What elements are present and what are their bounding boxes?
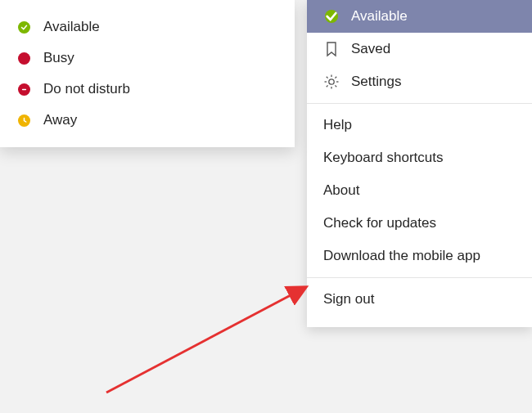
- svg-line-7: [335, 85, 336, 87]
- available-icon: [323, 8, 340, 25]
- menu-item-sign-out[interactable]: Sign out: [307, 283, 532, 316]
- menu-label: Saved: [351, 41, 390, 57]
- status-label: Busy: [43, 50, 74, 66]
- menu-item-help[interactable]: Help: [307, 109, 532, 141]
- menu-label: Download the mobile app: [323, 248, 480, 264]
- svg-point-1: [329, 79, 334, 84]
- bookmark-icon: [323, 41, 340, 57]
- available-icon: [18, 21, 30, 34]
- menu-item-keyboard-shortcuts[interactable]: Keyboard shortcuts: [307, 141, 532, 174]
- menu-label: Help: [323, 117, 352, 133]
- menu-item-settings[interactable]: Settings: [307, 65, 532, 98]
- menu-label: Available: [351, 8, 408, 25]
- menu-divider: [307, 103, 532, 104]
- menu-item-download-mobile[interactable]: Download the mobile app: [307, 240, 532, 272]
- menu-label: Check for updates: [323, 215, 436, 231]
- busy-icon: [18, 52, 30, 65]
- menu-divider: [307, 277, 532, 278]
- svg-line-8: [327, 85, 328, 87]
- svg-line-11: [106, 288, 304, 393]
- menu-label: Sign out: [323, 291, 374, 308]
- away-icon: [18, 114, 30, 127]
- do-not-disturb-icon: [18, 83, 30, 96]
- gear-icon: [323, 74, 340, 90]
- menu-item-about[interactable]: About: [307, 174, 532, 207]
- menu-label: Settings: [351, 74, 401, 90]
- menu-item-available[interactable]: Available: [307, 0, 532, 33]
- svg-rect-0: [22, 88, 26, 90]
- menu-label: Keyboard shortcuts: [323, 150, 443, 166]
- status-popover: Available Busy Do not disturb Away: [0, 0, 295, 147]
- svg-line-9: [335, 77, 336, 79]
- status-item-dnd[interactable]: Do not disturb: [0, 74, 295, 105]
- status-item-away[interactable]: Away: [0, 105, 295, 136]
- status-item-busy[interactable]: Busy: [0, 43, 295, 74]
- status-label: Away: [43, 112, 77, 128]
- menu-item-saved[interactable]: Saved: [307, 33, 532, 65]
- status-item-available[interactable]: Available: [0, 11, 295, 43]
- menu-label: About: [323, 182, 359, 199]
- settings-menu: Available Saved Settings Help Keyboard s: [307, 0, 532, 327]
- status-label: Available: [43, 19, 100, 35]
- menu-item-check-for-updates[interactable]: Check for updates: [307, 207, 532, 240]
- status-label: Do not disturb: [43, 81, 130, 97]
- svg-line-6: [327, 77, 328, 79]
